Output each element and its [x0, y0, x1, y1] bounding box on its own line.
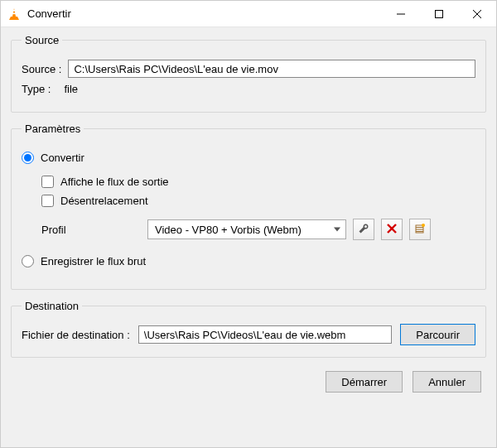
deinterlace-label: Désentrelacement: [60, 195, 148, 207]
show-output-checkbox[interactable]: Affiche le flux de sortie: [41, 176, 475, 188]
profile-dropdown[interactable]: Video - VP80 + Vorbis (Webm): [147, 219, 346, 239]
svg-rect-0: [12, 10, 15, 12]
convert-dialog: Convertir Source Source : Type : file Pa…: [0, 0, 497, 448]
svg-rect-3: [436, 10, 443, 17]
destination-legend: Destination: [22, 300, 82, 312]
dump-raw-radio[interactable]: Enregistrer le flux brut: [22, 255, 475, 267]
cancel-button[interactable]: Annuler: [413, 371, 481, 393]
titlebar: Convertir: [1, 1, 496, 27]
svg-point-12: [422, 224, 425, 227]
destination-label: Fichier de destination :: [22, 329, 130, 341]
chevron-down-icon: [334, 228, 340, 232]
start-button[interactable]: Démarrer: [326, 371, 403, 393]
dump-raw-radio-input[interactable]: [22, 255, 34, 267]
wrench-icon: [358, 223, 369, 237]
source-legend: Source: [22, 34, 62, 46]
edit-profile-button[interactable]: [353, 219, 374, 240]
destination-group: Destination Fichier de destination : Par…: [11, 300, 486, 358]
type-value: file: [64, 83, 78, 95]
show-output-checkbox-input[interactable]: [41, 176, 54, 188]
client-area: Source Source : Type : file Paramètres C…: [1, 27, 496, 447]
vlc-icon: [7, 7, 21, 21]
source-group: Source Source : Type : file: [11, 34, 486, 113]
svg-rect-1: [12, 12, 17, 14]
close-button[interactable]: [458, 1, 496, 27]
destination-input[interactable]: [138, 325, 392, 344]
maximize-button[interactable]: [420, 1, 458, 27]
deinterlace-checkbox-input[interactable]: [41, 195, 54, 207]
type-label: Type :: [22, 83, 51, 95]
minimize-button[interactable]: [382, 1, 420, 27]
convert-radio[interactable]: Convertir: [22, 152, 475, 164]
dump-raw-label: Enregistrer le flux brut: [41, 255, 146, 267]
source-input[interactable]: [68, 60, 475, 78]
parameters-group: Paramètres Convertir Affiche le flux de …: [11, 123, 486, 290]
source-label: Source :: [22, 63, 61, 75]
profile-label: Profil: [41, 224, 141, 236]
show-output-label: Affiche le flux de sortie: [60, 176, 169, 188]
browse-button[interactable]: Parcourir: [400, 324, 475, 345]
delete-icon: [387, 224, 397, 236]
profile-value: Video - VP80 + Vorbis (Webm): [155, 224, 302, 236]
parameters-legend: Paramètres: [22, 123, 84, 135]
deinterlace-checkbox[interactable]: Désentrelacement: [41, 195, 475, 207]
dialog-button-bar: Démarrer Annuler: [11, 368, 486, 393]
convert-radio-input[interactable]: [22, 152, 34, 164]
new-profile-button[interactable]: [409, 219, 431, 240]
new-profile-icon: [414, 223, 426, 237]
convert-radio-label: Convertir: [41, 152, 84, 164]
window-title: Convertir: [27, 7, 382, 20]
delete-profile-button[interactable]: [381, 219, 403, 240]
